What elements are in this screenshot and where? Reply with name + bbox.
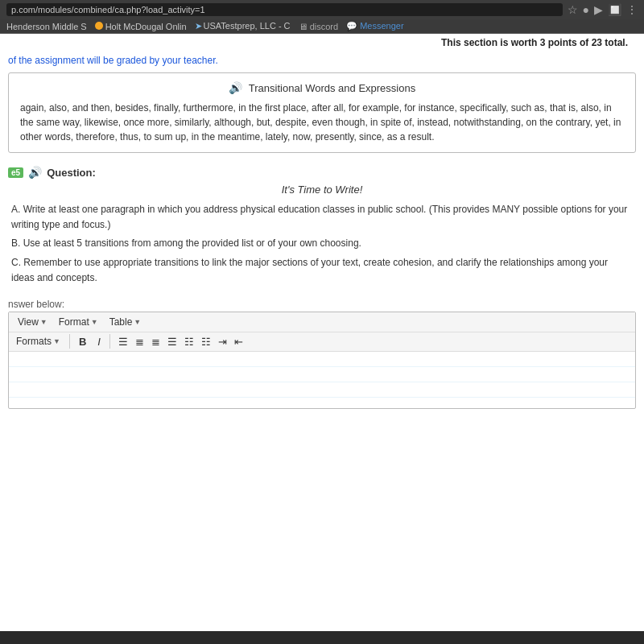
- question-body: A. Write at least one paragraph in which…: [8, 202, 636, 286]
- outdent-button[interactable]: ⇤: [231, 334, 246, 349]
- question-header: e5 🔊 Question:: [8, 166, 636, 179]
- bookmark-discord[interactable]: 🖥 discord: [299, 22, 339, 31]
- bookmark-icon[interactable]: ▶: [594, 3, 603, 16]
- question-part-b: B. Use at least 5 transitions from among…: [11, 236, 633, 251]
- graded-notice: of the assignment will be graded by your…: [0, 52, 644, 72]
- reference-title: Transitional Words and Expressions: [249, 82, 415, 94]
- usatestprep-arrow: ➤: [195, 21, 202, 31]
- alignment-buttons: ☰ ≣ ≣ ☰ ☷ ☷ ⇥ ⇤: [115, 334, 246, 349]
- editor-toolbar-top: View ▼ Format ▼ Table ▼: [9, 312, 635, 332]
- format-chevron: ▼: [91, 318, 98, 326]
- browser-icons: ☆ ● ▶ 🔲 ⋮: [568, 3, 638, 16]
- formats-label: Formats: [16, 336, 52, 347]
- table-chevron: ▼: [134, 318, 141, 326]
- align-justify-button[interactable]: ☰: [164, 334, 180, 349]
- format-label: Format: [59, 316, 89, 328]
- toolbar-separator-1: [69, 334, 70, 349]
- view-menu-button[interactable]: View ▼: [12, 314, 53, 330]
- align-center-button[interactable]: ≣: [132, 334, 147, 349]
- circle-icon[interactable]: ●: [583, 3, 589, 16]
- bookmark-henderson[interactable]: Henderson Middle S: [6, 22, 87, 31]
- bold-button[interactable]: B: [75, 334, 90, 349]
- question-badge: e5: [8, 167, 23, 178]
- bookmark-messenger[interactable]: 💬 Messenger: [346, 21, 403, 31]
- table-label: Table: [109, 316, 133, 328]
- reference-header: 🔊 Transitional Words and Expressions: [20, 81, 624, 94]
- page-content: This section is worth 3 points of 23 tot…: [0, 34, 644, 631]
- menu-icon[interactable]: ⋮: [626, 3, 638, 16]
- bookmark-holt[interactable]: Holt McDougal Onlin: [95, 22, 187, 31]
- address-bar[interactable]: [6, 3, 563, 16]
- editor-toolbar-bottom: Formats ▼ B I ☰ ≣ ≣ ☰ ☷ ☷ ⇥ ⇤: [9, 332, 635, 352]
- formats-dropdown-button[interactable]: Formats ▼: [12, 334, 64, 349]
- question-sound-icon[interactable]: 🔊: [28, 166, 42, 179]
- bookmarks-bar: Henderson Middle S Holt McDougal Onlin ➤…: [0, 19, 644, 34]
- list-ordered-button[interactable]: ☷: [198, 334, 214, 349]
- question-section: e5 🔊 Question: It's Time to Write! A. Wr…: [0, 161, 644, 294]
- address-bar-row: ☆ ● ▶ 🔲 ⋮: [0, 0, 644, 19]
- view-label: View: [18, 316, 39, 328]
- align-left-button[interactable]: ☰: [115, 334, 131, 349]
- question-part-c: C. Remember to use appropriate transitio…: [11, 255, 633, 286]
- table-menu-button[interactable]: Table ▼: [104, 314, 147, 330]
- star-icon[interactable]: ☆: [568, 3, 578, 16]
- italic-button[interactable]: I: [93, 334, 105, 349]
- extension-icon[interactable]: 🔲: [608, 3, 621, 16]
- question-part-a: A. Write at least one paragraph in which…: [11, 202, 633, 233]
- bookmark-usatestprep[interactable]: ➤USATestprep, LLC - C: [195, 21, 291, 31]
- format-menu-button[interactable]: Format ▼: [53, 314, 104, 330]
- sound-icon[interactable]: 🔊: [229, 81, 242, 94]
- list-unordered-button[interactable]: ☷: [181, 334, 197, 349]
- toolbar-separator-2: [109, 334, 110, 349]
- view-chevron: ▼: [40, 318, 47, 326]
- editor-container: View ▼ Format ▼ Table ▼ Formats ▼ B I: [8, 312, 636, 409]
- editor-area[interactable]: [9, 352, 635, 408]
- browser-chrome: ☆ ● ▶ 🔲 ⋮ Henderson Middle S Holt McDoug…: [0, 0, 644, 34]
- align-right-button[interactable]: ≣: [148, 334, 163, 349]
- reference-text: again, also, and then, besides, finally,…: [20, 101, 624, 144]
- question-label: Question:: [47, 167, 96, 179]
- holt-dot: [95, 22, 103, 30]
- indent-button[interactable]: ⇥: [215, 334, 230, 349]
- answer-label: nswer below:: [0, 294, 644, 312]
- reference-box: 🔊 Transitional Words and Expressions aga…: [8, 72, 636, 153]
- question-subtitle: It's Time to Write!: [8, 184, 636, 196]
- top-notice: This section is worth 3 points of 23 tot…: [0, 34, 644, 52]
- formats-chevron: ▼: [53, 337, 60, 345]
